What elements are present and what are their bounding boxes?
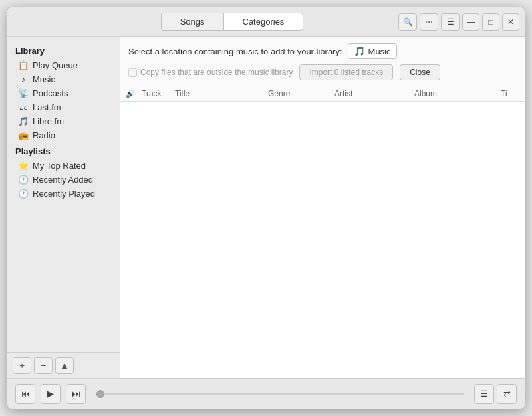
genre-col-header[interactable]: Genre xyxy=(268,89,334,98)
search-icon: 🔍 xyxy=(403,17,413,27)
sidebar-item-label: Libre.fm xyxy=(33,116,64,126)
artist-col-header[interactable]: Artist xyxy=(334,89,414,98)
table-body xyxy=(120,102,525,378)
maximize-icon: □ xyxy=(488,17,493,27)
shuffle-icon: ⇄ xyxy=(503,389,511,399)
next-icon: ⏭ xyxy=(72,389,80,399)
recently-added-icon: 🕐 xyxy=(18,175,29,185)
location-name: Music xyxy=(368,47,391,56)
podcasts-icon: 📡 xyxy=(18,88,29,98)
sidebar-item-label: Music xyxy=(33,74,55,84)
plus-icon: + xyxy=(19,360,25,371)
sidebar-item-label: Play Queue xyxy=(33,60,78,70)
upload-button[interactable]: ▲ xyxy=(55,357,74,374)
titlebar-icons: 🔍 ⋯ ☰ — □ ✕ xyxy=(398,13,519,31)
close-import-button[interactable]: Close xyxy=(400,64,440,80)
menu-lines-button[interactable]: ☰ xyxy=(441,13,460,31)
sidebar-item-play-queue[interactable]: 📋 Play Queue xyxy=(7,58,120,72)
minus-icon: − xyxy=(41,360,46,371)
sidebar-item-top-rated[interactable]: ⭐ My Top Rated xyxy=(7,159,120,173)
music-folder-icon: 🎵 xyxy=(354,46,365,56)
top-rated-icon: ⭐ xyxy=(18,161,29,171)
close-icon: ✕ xyxy=(507,17,514,27)
sidebar-item-librefm[interactable]: 🎵 Libre.fm xyxy=(7,114,120,128)
sidebar-item-recently-added[interactable]: 🕐 Recently Added xyxy=(7,173,120,187)
lastfm-icon: ʟᴄ xyxy=(18,103,29,112)
progress-container xyxy=(91,393,469,395)
progress-thumb[interactable] xyxy=(96,390,104,398)
next-button[interactable]: ⏭ xyxy=(66,384,86,404)
maximize-button[interactable]: □ xyxy=(482,13,499,31)
queue-button[interactable]: ☰ xyxy=(474,384,494,404)
sidebar-content: Library 📋 Play Queue ♪ Music 📡 Podcasts … xyxy=(7,37,120,352)
librefm-icon: 🎵 xyxy=(18,116,29,126)
sidebar-item-label: Recently Added xyxy=(33,175,93,185)
menu-lines-icon: ☰ xyxy=(447,17,454,27)
menu-dots-button[interactable]: ⋯ xyxy=(420,13,438,31)
playback-right: ☰ ⇄ xyxy=(474,384,517,404)
recently-played-icon: 🕐 xyxy=(18,189,29,199)
sidebar-item-lastfm[interactable]: ʟᴄ Last.fm xyxy=(7,100,120,114)
music-icon: ♪ xyxy=(18,74,29,84)
location-label: Select a location containing music to ad… xyxy=(128,47,342,56)
menu-dots-icon: ⋯ xyxy=(425,17,433,27)
sidebar: Library 📋 Play Queue ♪ Music 📡 Podcasts … xyxy=(7,37,120,378)
ti-col-header[interactable]: Ti xyxy=(501,89,519,98)
play-icon: ▶ xyxy=(47,389,54,399)
sidebar-item-label: Recently Played xyxy=(33,189,95,199)
title-col-header[interactable]: Title xyxy=(175,89,268,98)
tab-songs[interactable]: Songs xyxy=(161,13,223,31)
album-col-header[interactable]: Album xyxy=(414,89,501,98)
sidebar-item-recently-played[interactable]: 🕐 Recently Played xyxy=(7,187,120,201)
main-area: Library 📋 Play Queue ♪ Music 📡 Podcasts … xyxy=(7,37,525,378)
import-bar: Select a location containing music to ad… xyxy=(120,37,525,86)
queue-icon: ☰ xyxy=(480,389,488,399)
play-button[interactable]: ▶ xyxy=(41,384,61,404)
library-section-label: Library xyxy=(7,42,120,58)
track-col-header[interactable]: Track xyxy=(142,89,175,98)
copy-files-label[interactable]: Copy files that are outside the music li… xyxy=(128,68,293,77)
content-area: Select a location containing music to ad… xyxy=(120,37,525,378)
sidebar-footer: + − ▲ xyxy=(7,352,120,378)
sidebar-item-label: Podcasts xyxy=(33,88,68,98)
shuffle-button[interactable]: ⇄ xyxy=(497,384,517,404)
prev-icon: ⏮ xyxy=(21,389,30,399)
import-button[interactable]: Import 0 listed tracks xyxy=(299,64,393,80)
minimize-icon: — xyxy=(467,17,475,27)
progress-track[interactable] xyxy=(96,393,464,395)
add-playlist-button[interactable]: + xyxy=(13,357,31,374)
remove-playlist-button[interactable]: − xyxy=(34,357,53,374)
search-button[interactable]: 🔍 xyxy=(398,13,417,31)
minimize-button[interactable]: — xyxy=(462,13,479,31)
main-window: Songs Categories 🔍 ⋯ ☰ — □ ✕ xyxy=(7,7,525,409)
sidebar-item-podcasts[interactable]: 📡 Podcasts xyxy=(7,86,120,100)
sidebar-item-label: My Top Rated xyxy=(33,161,86,171)
copy-files-checkbox[interactable] xyxy=(128,68,137,77)
play-queue-icon: 📋 xyxy=(18,60,29,70)
titlebar: Songs Categories 🔍 ⋯ ☰ — □ ✕ xyxy=(7,7,525,37)
location-button[interactable]: 🎵 Music xyxy=(348,43,397,59)
playlists-section-label: Playlists xyxy=(7,142,120,159)
titlebar-tabs: Songs Categories xyxy=(161,13,304,31)
prev-button[interactable]: ⏮ xyxy=(15,384,35,404)
tab-categories[interactable]: Categories xyxy=(223,13,304,31)
speaker-col-header: 🔊 xyxy=(126,89,142,98)
import-bar-row2: Copy files that are outside the music li… xyxy=(128,64,517,80)
close-window-button[interactable]: ✕ xyxy=(502,13,519,31)
playback-bar: ⏮ ▶ ⏭ ☰ ⇄ xyxy=(7,378,525,409)
import-bar-row1: Select a location containing music to ad… xyxy=(128,43,517,59)
sidebar-item-label: Last.fm xyxy=(33,102,61,112)
sidebar-item-label: Radio xyxy=(33,130,55,140)
copy-files-text: Copy files that are outside the music li… xyxy=(140,68,293,77)
window-controls: — □ ✕ xyxy=(462,13,519,31)
radio-icon: 📻 xyxy=(18,130,29,140)
sidebar-item-music[interactable]: ♪ Music xyxy=(7,72,120,86)
upload-icon: ▲ xyxy=(60,360,69,371)
sidebar-item-radio[interactable]: 📻 Radio xyxy=(7,128,120,142)
table-header: 🔊 Track Title Genre Artist Album Ti xyxy=(120,86,525,102)
speaker-icon: 🔊 xyxy=(126,90,135,98)
